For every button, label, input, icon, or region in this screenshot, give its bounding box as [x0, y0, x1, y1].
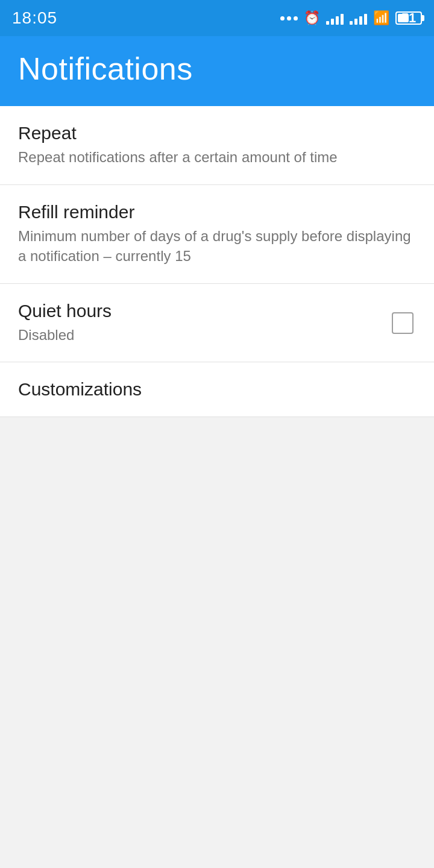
quiet-hours-item[interactable]: Quiet hours Disabled — [0, 284, 434, 363]
signal-bars-icon — [326, 11, 344, 25]
repeat-item[interactable]: Repeat Repeat notifications after a cert… — [0, 106, 434, 185]
repeat-subtitle: Repeat notifications after a certain amo… — [18, 147, 416, 168]
refill-reminder-subtitle: Minimum number of days of a drug's suppl… — [18, 226, 416, 266]
quiet-hours-subtitle: Disabled — [18, 325, 389, 345]
wifi-icon: 📶 — [373, 10, 389, 26]
refill-reminder-title: Refill reminder — [18, 202, 416, 222]
dots-icon — [280, 16, 298, 20]
quiet-hours-title: Quiet hours — [18, 301, 389, 321]
repeat-item-text: Repeat Repeat notifications after a cert… — [18, 123, 416, 168]
page-title: Notifications — [18, 51, 416, 87]
signal-bars-2-icon — [350, 11, 367, 25]
status-icons: ⏰ 📶 51 — [280, 10, 422, 26]
repeat-title: Repeat — [18, 123, 416, 143]
quiet-hours-item-text: Quiet hours Disabled — [18, 301, 389, 345]
settings-list: Repeat Repeat notifications after a cert… — [0, 106, 434, 417]
customizations-title: Customizations — [18, 379, 416, 400]
alarm-icon: ⏰ — [304, 10, 320, 26]
quiet-hours-checkbox-container[interactable] — [389, 310, 416, 336]
refill-reminder-item[interactable]: Refill reminder Minimum number of days o… — [0, 185, 434, 284]
quiet-hours-checkbox[interactable] — [392, 312, 414, 334]
refill-reminder-item-text: Refill reminder Minimum number of days o… — [18, 202, 416, 266]
status-bar: 18:05 ⏰ 📶 51 — [0, 0, 434, 36]
status-time: 18:05 — [12, 8, 57, 28]
customizations-section[interactable]: Customizations — [0, 362, 434, 417]
page-header: Notifications — [0, 36, 434, 106]
battery-icon: 51 — [395, 11, 422, 25]
